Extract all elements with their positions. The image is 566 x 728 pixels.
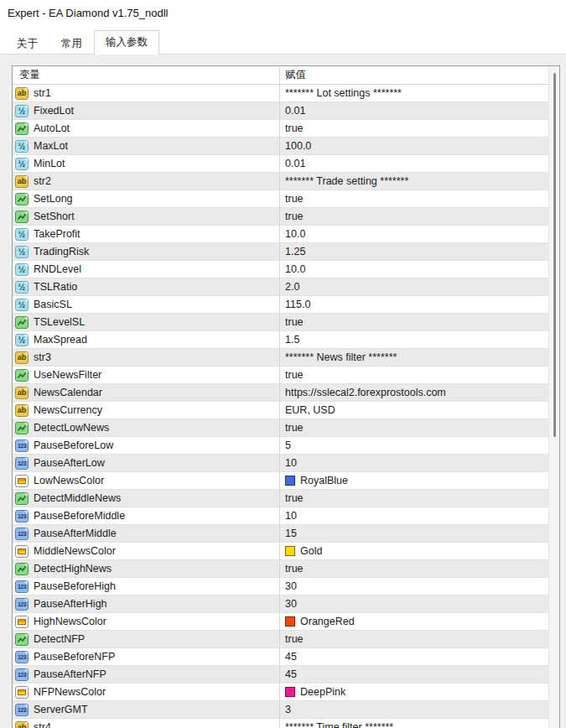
table-row[interactable]: DetectMiddleNewstrue <box>13 490 548 507</box>
table-row[interactable]: 123PauseAfterMiddle15 <box>13 525 548 543</box>
variable-cell[interactable]: DetectLowNews <box>13 422 279 434</box>
variable-cell[interactable]: 123PauseAfterLow <box>13 457 279 470</box>
value-cell[interactable]: 115.0 <box>279 299 548 310</box>
variable-cell[interactable]: abstr1 <box>13 87 279 100</box>
value-cell[interactable]: ******* Lot settings ******* <box>279 87 548 99</box>
value-cell[interactable]: OrangeRed <box>279 616 548 627</box>
variable-cell[interactable]: abstr4 <box>13 721 279 728</box>
variable-cell[interactable]: 123PauseBeforeHigh <box>13 580 279 593</box>
variable-cell[interactable]: 123PauseBeforeNFP <box>13 651 279 663</box>
table-row[interactable]: abstr2******* Trade setting ******* <box>13 173 548 190</box>
value-cell[interactable]: true <box>279 369 548 381</box>
table-row[interactable]: ½MaxLot100.0 <box>13 138 548 155</box>
variable-cell[interactable]: ½TSLRatio <box>13 281 279 294</box>
variable-cell[interactable]: ½TradingRisk <box>13 246 279 258</box>
value-cell[interactable]: 1.25 <box>279 246 548 257</box>
tab-about[interactable]: 关于 <box>5 33 49 55</box>
table-row[interactable]: 123PauseBeforeMiddle10 <box>13 507 548 525</box>
table-row[interactable]: 123PauseAfterHigh30 <box>13 595 548 613</box>
table-row[interactable]: 123PauseAfterLow10 <box>13 455 548 472</box>
value-cell[interactable]: true <box>279 422 548 434</box>
value-cell[interactable]: 10 <box>279 510 548 522</box>
table-row[interactable]: abstr3******* News filter ******* <box>13 349 548 367</box>
value-cell[interactable]: 45 <box>279 668 548 680</box>
table-row[interactable]: abstr1******* Lot settings ******* <box>13 85 548 102</box>
value-cell[interactable]: 10 <box>279 457 548 469</box>
table-row[interactable]: AutoLottrue <box>13 120 548 138</box>
scrollbar-thumb[interactable] <box>553 73 556 437</box>
variable-cell[interactable]: ½MaxLot <box>13 140 279 153</box>
value-cell[interactable]: EUR, USD <box>279 404 548 416</box>
variable-cell[interactable]: DetectNFP <box>13 633 279 646</box>
value-cell[interactable]: 0.01 <box>279 158 548 169</box>
value-cell[interactable]: 30 <box>279 580 548 592</box>
vertical-scrollbar[interactable] <box>548 66 559 728</box>
variable-cell[interactable]: 123PauseAfterNFP <box>13 668 279 681</box>
value-cell[interactable]: RoyalBlue <box>279 475 548 486</box>
table-row[interactable]: 123PauseBeforeHigh30 <box>13 578 548 595</box>
tab-common[interactable]: 常用 <box>49 33 94 55</box>
table-row[interactable]: TSLevelSLtrue <box>13 314 548 331</box>
value-cell[interactable]: true <box>279 193 548 205</box>
variable-cell[interactable]: MiddleNewsColor <box>13 545 279 558</box>
table-row[interactable]: abNewsCalendarhttps://sslecal2.forexpros… <box>13 384 548 402</box>
table-row[interactable]: 123PauseBeforeLow5 <box>13 437 548 455</box>
table-row[interactable]: DetectHighNewstrue <box>13 560 548 578</box>
value-cell[interactable]: 100.0 <box>279 140 548 152</box>
variable-cell[interactable]: ½FixedLot <box>13 105 279 117</box>
table-row[interactable]: DetectLowNewstrue <box>13 419 548 437</box>
variable-cell[interactable]: AutoLot <box>13 122 279 135</box>
variable-cell[interactable]: TSLevelSL <box>13 316 279 329</box>
value-cell[interactable]: 0.01 <box>279 105 548 117</box>
variable-cell[interactable]: 123PauseBeforeMiddle <box>13 510 279 523</box>
value-cell[interactable]: 30 <box>279 598 548 610</box>
table-row[interactable]: abNewsCurrencyEUR, USD <box>13 402 548 419</box>
variable-cell[interactable]: SetShort <box>13 211 279 223</box>
table-row[interactable]: ½MaxSpread1.5 <box>13 331 548 349</box>
value-cell[interactable]: 15 <box>279 528 548 539</box>
variable-cell[interactable]: UseNewsFilter <box>13 369 279 382</box>
tab-input-parameters[interactable]: 输入参数 <box>94 30 159 55</box>
value-cell[interactable]: https://sslecal2.forexprostools.com <box>279 387 548 398</box>
variable-cell[interactable]: abstr3 <box>13 351 279 364</box>
value-cell[interactable]: true <box>279 211 548 222</box>
value-cell[interactable]: 45 <box>279 651 548 663</box>
value-cell[interactable]: ******* Trade setting ******* <box>279 175 548 187</box>
variable-cell[interactable]: DetectMiddleNews <box>13 492 279 505</box>
table-row[interactable]: ½TakeProfit10.0 <box>13 226 548 243</box>
table-row[interactable]: ½RNDLevel10.0 <box>13 261 548 278</box>
variable-cell[interactable]: ½TakeProfit <box>13 228 279 241</box>
table-row[interactable]: 123PauseAfterNFP45 <box>13 666 548 684</box>
variable-cell[interactable]: DetectHighNews <box>13 563 279 575</box>
variable-cell[interactable]: 123PauseAfterMiddle <box>13 528 279 540</box>
variable-cell[interactable]: SetLong <box>13 193 279 205</box>
value-cell[interactable]: 10.0 <box>279 228 548 240</box>
table-row[interactable]: ½FixedLot0.01 <box>13 102 548 120</box>
value-cell[interactable]: true <box>279 492 548 504</box>
value-cell[interactable]: 2.0 <box>279 281 548 293</box>
value-cell[interactable]: ******* Time filter ******* <box>279 721 548 728</box>
value-cell[interactable]: true <box>279 122 548 134</box>
variable-cell[interactable]: ½MinLot <box>13 158 279 170</box>
table-row[interactable]: UseNewsFiltertrue <box>13 367 548 384</box>
value-cell[interactable]: DeepPink <box>279 686 548 698</box>
variable-cell[interactable]: 123PauseBeforeLow <box>13 439 279 452</box>
value-cell[interactable]: 10.0 <box>279 263 548 275</box>
value-cell[interactable]: true <box>279 563 548 575</box>
table-row[interactable]: HighNewsColorOrangeRed <box>13 613 548 631</box>
table-row[interactable]: 123ServerGMT3 <box>13 701 548 719</box>
table-row[interactable]: ½MinLot0.01 <box>13 155 548 173</box>
table-row[interactable]: DetectNFPtrue <box>13 631 548 648</box>
variable-cell[interactable]: abNewsCalendar <box>13 387 279 399</box>
table-row[interactable]: LowNewsColorRoyalBlue <box>13 472 548 490</box>
variable-cell[interactable]: abstr2 <box>13 175 279 188</box>
table-row[interactable]: ½TradingRisk1.25 <box>13 243 548 261</box>
table-row[interactable]: ½TSLRatio2.0 <box>13 278 548 296</box>
variable-cell[interactable]: ½MaxSpread <box>13 334 279 346</box>
variable-cell[interactable]: 123PauseAfterHigh <box>13 598 279 611</box>
table-row[interactable]: ½BasicSL115.0 <box>13 296 548 314</box>
value-cell[interactable]: true <box>279 316 548 328</box>
variable-cell[interactable]: abNewsCurrency <box>13 404 279 417</box>
table-row[interactable]: 123PauseBeforeNFP45 <box>13 648 548 666</box>
value-cell[interactable]: 5 <box>279 439 548 451</box>
